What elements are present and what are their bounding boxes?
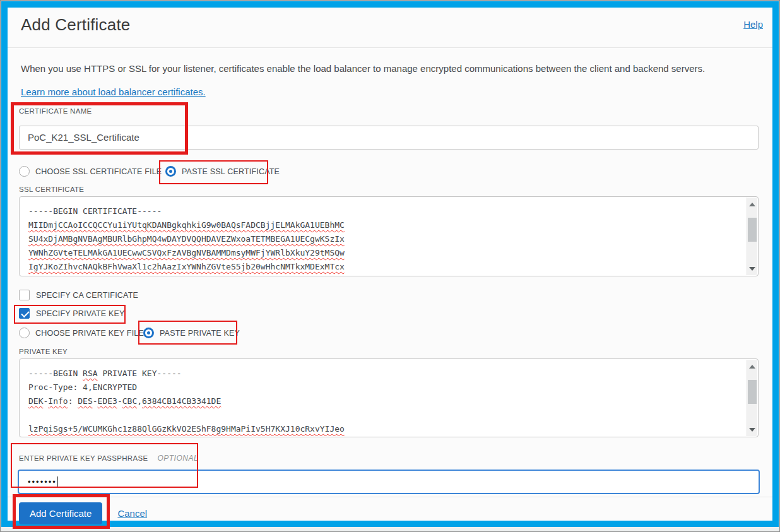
footer-actions: Add Certificate Cancel <box>19 502 147 524</box>
specify-ca-certificate-option[interactable]: SPECIFY CA CERTIFICATE <box>19 290 138 300</box>
scrollbar-thumb[interactable] <box>748 380 757 404</box>
certificate-name-label: CERTIFICATE NAME <box>19 107 92 115</box>
footer-divider <box>8 497 772 497</box>
scroll-down-icon[interactable] <box>747 263 757 274</box>
paste-ssl-certificate-label: PASTE SSL CERTIFICATE <box>182 167 280 176</box>
description-text: When you use HTTPS or SSL for your liste… <box>21 63 760 74</box>
paste-private-key-option[interactable]: PASTE PRIVATE KEY <box>143 328 240 338</box>
passphrase-label-row: ENTER PRIVATE KEY PASSPHRASE OPTIONAL <box>19 454 198 463</box>
passphrase-input[interactable]: ••••••• <box>18 470 760 494</box>
private-key-scrollbar[interactable] <box>747 360 757 436</box>
add-certificate-button[interactable]: Add Certificate <box>19 502 102 524</box>
checkbox-unchecked-icon[interactable] <box>19 290 30 300</box>
optional-tag: OPTIONAL <box>157 454 198 463</box>
ssl-source-radio-group: CHOOSE SSL CERTIFICATE FILE PASTE SSL CE… <box>19 166 461 179</box>
header-divider <box>8 47 772 48</box>
scroll-down-icon[interactable] <box>747 424 757 435</box>
choose-private-key-file-label: CHOOSE PRIVATE KEY FILE <box>35 329 144 338</box>
ssl-certificate-textarea[interactable]: -----BEGIN CERTIFICATE-----MIIDmjCCAoICC… <box>19 196 759 276</box>
cancel-link[interactable]: Cancel <box>117 508 147 519</box>
help-link[interactable]: Help <box>743 19 763 30</box>
scroll-up-icon[interactable] <box>747 199 757 210</box>
private-key-textarea[interactable]: -----BEGIN RSA PRIVATE KEY-----Proc-Type… <box>19 358 759 437</box>
private-key-content: -----BEGIN RSA PRIVATE KEY-----Proc-Type… <box>20 360 746 436</box>
ssl-certificate-content: -----BEGIN CERTIFICATE-----MIIDmjCCAoICC… <box>20 198 746 275</box>
radio-checked-icon[interactable] <box>165 166 176 177</box>
choose-ssl-certificate-file-label: CHOOSE SSL CERTIFICATE FILE <box>35 167 162 176</box>
certificate-name-value: PoC_K21_SSL_Certificate <box>28 132 139 143</box>
add-certificate-dialog: Add Certificate Help When you use HTTPS … <box>1 1 779 527</box>
specify-ca-certificate-label: SPECIFY CA CERTIFICATE <box>36 291 138 300</box>
screenshot-frame: Add Certificate Help When you use HTTPS … <box>0 0 780 532</box>
ssl-certificate-scrollbar[interactable] <box>747 198 757 275</box>
choose-ssl-certificate-file-option[interactable]: CHOOSE SSL CERTIFICATE FILE <box>19 166 162 177</box>
radio-unchecked-icon[interactable] <box>19 328 30 338</box>
page-title: Add Certificate <box>21 15 131 35</box>
radio-checked-icon[interactable] <box>143 328 154 338</box>
paste-private-key-label: PASTE PRIVATE KEY <box>160 329 240 338</box>
passphrase-masked-value: ••••••• <box>28 478 57 486</box>
choose-private-key-file-option[interactable]: CHOOSE PRIVATE KEY FILE <box>19 328 144 338</box>
private-key-label: PRIVATE KEY <box>19 348 68 355</box>
passphrase-label: ENTER PRIVATE KEY PASSPHRASE <box>19 454 148 462</box>
scroll-up-icon[interactable] <box>747 361 757 372</box>
specify-private-key-label: SPECIFY PRIVATE KEY <box>36 309 125 318</box>
text-caret <box>57 476 59 487</box>
private-key-source-radio-group: CHOOSE PRIVATE KEY FILE PASTE PRIVATE KE… <box>19 328 461 340</box>
radio-unchecked-icon[interactable] <box>19 166 30 177</box>
ssl-certificate-label: SSL CERTIFICATE <box>19 186 84 193</box>
paste-ssl-certificate-option[interactable]: PASTE SSL CERTIFICATE <box>165 166 280 177</box>
scrollbar-thumb[interactable] <box>748 218 757 242</box>
learn-more-link[interactable]: Learn more about load balancer certifica… <box>21 86 206 97</box>
certificate-name-input[interactable]: PoC_K21_SSL_Certificate <box>19 126 759 150</box>
checkbox-checked-icon[interactable] <box>19 308 30 319</box>
specify-private-key-option[interactable]: SPECIFY PRIVATE KEY <box>19 308 125 319</box>
